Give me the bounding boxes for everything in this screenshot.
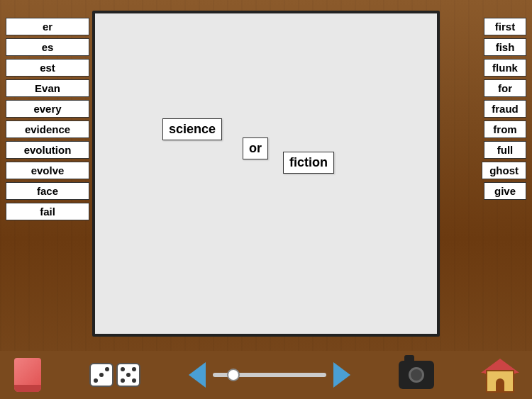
- right-word-7[interactable]: ghost: [482, 162, 526, 179]
- right-word-6[interactable]: full: [484, 141, 526, 159]
- tile-or[interactable]: or: [243, 137, 268, 159]
- right-word-3[interactable]: for: [484, 79, 526, 97]
- left-word-1[interactable]: es: [6, 38, 89, 56]
- house-body-icon: [486, 370, 514, 393]
- die-2: [116, 363, 140, 387]
- dice-button[interactable]: [89, 363, 140, 387]
- slider-controls: [189, 362, 350, 388]
- bottom-toolbar: [0, 351, 532, 399]
- word-canvas[interactable]: science or fiction: [92, 11, 440, 337]
- left-word-0[interactable]: er: [6, 18, 89, 35]
- right-word-1[interactable]: fish: [484, 38, 526, 56]
- left-word-4[interactable]: every: [6, 100, 89, 118]
- slider-track[interactable]: [213, 373, 326, 377]
- left-word-8[interactable]: face: [6, 182, 89, 200]
- arrow-right-button[interactable]: [333, 362, 350, 388]
- left-word-7[interactable]: evolve: [6, 162, 89, 179]
- eraser-tool[interactable]: [14, 358, 41, 392]
- right-word-2[interactable]: flunk: [484, 59, 526, 77]
- tile-fiction[interactable]: fiction: [283, 152, 334, 174]
- left-word-9[interactable]: fail: [6, 203, 89, 220]
- house-door-icon: [496, 378, 504, 391]
- left-word-bank: er es est Evan every evidence evolution …: [6, 11, 89, 220]
- left-word-2[interactable]: est: [6, 59, 89, 77]
- right-word-bank: first fish flunk for fraud from full gho…: [443, 11, 526, 200]
- camera-lens-icon: [409, 367, 424, 383]
- home-button[interactable]: [482, 357, 518, 393]
- right-word-4[interactable]: fraud: [484, 100, 526, 118]
- left-word-5[interactable]: evidence: [6, 120, 89, 138]
- arrow-left-button[interactable]: [189, 362, 206, 388]
- right-word-8[interactable]: give: [484, 182, 526, 200]
- left-word-3[interactable]: Evan: [6, 79, 89, 97]
- left-word-6[interactable]: evolution: [6, 141, 89, 159]
- slider-thumb[interactable]: [227, 369, 240, 381]
- right-word-5[interactable]: from: [484, 120, 526, 138]
- tile-science[interactable]: science: [162, 118, 222, 140]
- die-1: [89, 363, 113, 387]
- right-word-0[interactable]: first: [484, 18, 526, 35]
- camera-button[interactable]: [399, 361, 434, 389]
